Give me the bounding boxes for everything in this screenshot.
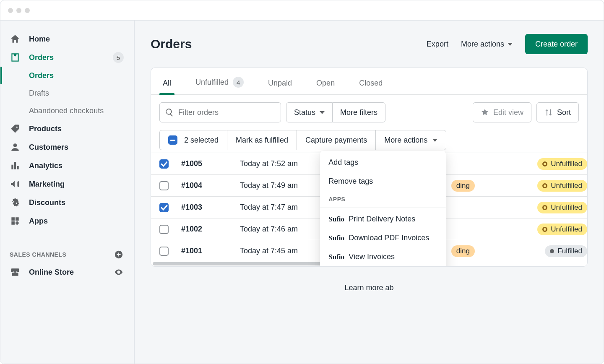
select-all-checkbox[interactable] [168, 135, 177, 145]
dropdown-remove-tags[interactable]: Remove tags [320, 172, 446, 191]
sidebar-item-label: Discounts [29, 198, 65, 207]
caret-down-icon [508, 43, 513, 46]
search-icon [165, 108, 174, 117]
export-label: Export [427, 40, 448, 49]
export-button[interactable]: Export [427, 40, 448, 49]
search-input-wrapper[interactable] [159, 102, 281, 122]
dropdown-app-item[interactable]: Sufio Print Delivery Notes [320, 210, 446, 229]
sidebar-sub-orders[interactable]: Orders [29, 67, 130, 84]
person-icon [10, 142, 21, 153]
status-badge: Unfulfilled [537, 180, 587, 192]
bulk-actions-dropdown: Add tags Remove tags APPS Sufio Print De… [320, 151, 446, 267]
caret-down-icon [432, 139, 437, 142]
sort-button[interactable]: Sort [536, 102, 579, 122]
search-input[interactable] [178, 108, 276, 117]
dropdown-add-tags[interactable]: Add tags [320, 153, 446, 172]
row-checkbox[interactable] [159, 247, 169, 256]
sidebar-item-label: Analytics [29, 161, 62, 170]
orders-count-badge: 5 [113, 52, 124, 63]
sidebar-item-products[interactable]: Products [0, 120, 130, 138]
megaphone-icon [10, 179, 21, 190]
window-close-icon[interactable] [8, 8, 13, 13]
capture-payments-button[interactable]: Capture payments [305, 130, 367, 150]
row-checkbox[interactable] [159, 181, 169, 190]
sidebar-item-online-store[interactable]: Online Store [0, 263, 130, 281]
sidebar-item-label: Customers [29, 143, 68, 152]
status-badge: Unfulfilled [537, 224, 587, 235]
sufio-logo-icon: Sufio [328, 215, 342, 224]
view-store-button[interactable] [114, 267, 124, 277]
sidebar-item-orders[interactable]: Orders 5 [0, 48, 130, 67]
tab-all[interactable]: All [159, 79, 174, 94]
order-number[interactable]: #1005 [173, 153, 232, 175]
status-badge: Unfulfilled [537, 158, 587, 170]
tab-label: Open [316, 79, 335, 88]
order-number[interactable]: #1001 [173, 240, 232, 262]
learn-more-text: Learn more ab [151, 283, 588, 292]
selection-count: 2 selected [184, 136, 219, 145]
window-maximize-icon[interactable] [25, 8, 30, 13]
row-checkbox[interactable] [159, 159, 169, 169]
dot-icon [550, 249, 554, 253]
dropdown-app-item[interactable]: Sufio View Invoices [320, 247, 446, 266]
store-icon [10, 267, 21, 278]
orders-card: All Unfulfilled 4 Unpaid Open Closed [151, 68, 588, 267]
sidebar-item-discounts[interactable]: Discounts [0, 193, 130, 212]
create-order-button[interactable]: Create order [525, 34, 588, 54]
order-number[interactable]: #1002 [173, 218, 232, 240]
order-number[interactable]: #1003 [173, 197, 232, 218]
dropdown-apps-heading: APPS [320, 191, 446, 206]
tab-label: All [163, 79, 171, 88]
orders-icon [10, 52, 21, 63]
mark-fulfilled-button[interactable]: Mark as fulfilled [236, 130, 288, 150]
dropdown-app-item[interactable]: Sufio Print Invoices [320, 266, 446, 267]
tag-icon [10, 123, 21, 134]
add-channel-button[interactable] [114, 250, 124, 260]
sidebar-item-customers[interactable]: Customers [0, 138, 130, 156]
tab-closed[interactable]: Closed [356, 79, 386, 94]
order-fulfillment-status: Unfulfilled [483, 175, 587, 197]
bulk-more-actions-button[interactable]: More actions [384, 130, 437, 150]
row-checkbox[interactable] [159, 203, 169, 212]
row-checkbox[interactable] [159, 225, 169, 234]
sidebar-item-home[interactable]: Home [0, 30, 130, 48]
more-filters-button[interactable]: More filters [333, 102, 385, 122]
sidebar: Home Orders 5 Orders Drafts Abandoned ch… [0, 21, 135, 364]
sidebar-sub-drafts[interactable]: Drafts [29, 84, 130, 102]
order-fulfillment-status: Unfulfilled [483, 153, 587, 175]
sidebar-orders-subnav: Orders Drafts Abandoned checkouts [0, 67, 130, 120]
tab-unfulfilled[interactable]: Unfulfilled 4 [192, 77, 247, 94]
order-date: Today at 7:46 am [232, 218, 315, 240]
sidebar-item-marketing[interactable]: Marketing [0, 175, 130, 193]
window-minimize-icon[interactable] [16, 8, 21, 13]
sort-icon [544, 108, 553, 117]
main-content: Orders Export More actions Create order … [135, 21, 604, 364]
order-number[interactable]: #1004 [173, 175, 232, 197]
dropdown-app-item[interactable]: Sufio Download PDF Invoices [320, 229, 446, 247]
dropdown-separator [320, 208, 446, 208]
sidebar-item-label: Orders [29, 53, 54, 62]
tab-badge: 4 [233, 77, 244, 88]
status-filter-button[interactable]: Status [286, 102, 333, 122]
ring-icon [542, 227, 547, 232]
sidebar-item-apps[interactable]: Apps [0, 212, 130, 230]
more-actions-label: More actions [461, 40, 504, 49]
analytics-icon [10, 160, 21, 171]
page-header: Orders Export More actions Create order [151, 34, 588, 54]
tab-open[interactable]: Open [313, 79, 338, 94]
bulk-more-actions-label: More actions [384, 136, 427, 145]
tab-unpaid[interactable]: Unpaid [265, 79, 295, 94]
sidebar-sub-abandoned[interactable]: Abandoned checkouts [29, 102, 130, 120]
bulk-action-bar: 2 selected Mark as fulfilled Capture pay… [151, 130, 587, 153]
dropdown-item-label: Print Delivery Notes [349, 215, 415, 224]
header-more-actions-button[interactable]: More actions [461, 40, 513, 49]
dropdown-item-label: View Invoices [349, 252, 395, 261]
sufio-logo-icon: Sufio [328, 234, 342, 242]
order-date: Today at 7:49 am [232, 175, 315, 197]
window-titlebar [0, 0, 604, 21]
edit-view-label: Edit view [493, 108, 523, 117]
sales-channels-heading: SALES CHANNELS [0, 246, 130, 263]
tab-label: Closed [359, 79, 383, 88]
sidebar-item-analytics[interactable]: Analytics [0, 156, 130, 175]
filter-bar: Status More filters Edit view [151, 95, 587, 130]
